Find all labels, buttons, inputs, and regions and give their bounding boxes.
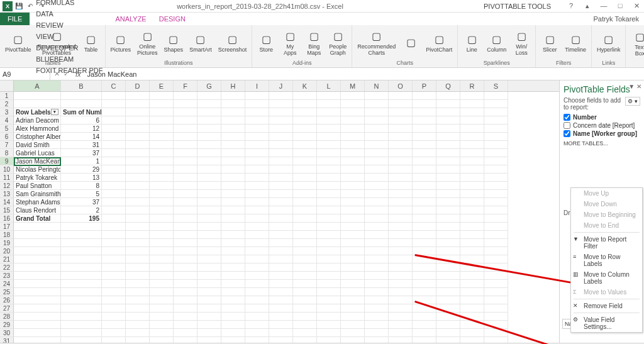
cell[interactable] — [269, 92, 293, 100]
cell[interactable]: 31 — [61, 141, 102, 149]
row-header[interactable]: 13 — [0, 190, 14, 198]
cell[interactable] — [413, 247, 436, 255]
cell[interactable] — [436, 206, 460, 214]
cell[interactable] — [365, 125, 389, 133]
cell[interactable] — [126, 92, 150, 100]
cell[interactable] — [221, 231, 245, 239]
cell[interactable] — [174, 288, 197, 296]
column-header-P[interactable]: P — [413, 80, 436, 91]
cell[interactable] — [365, 313, 389, 321]
ribbon-btn-column[interactable]: ▢Column — [486, 32, 508, 55]
cell[interactable] — [61, 247, 102, 255]
cell[interactable] — [61, 313, 102, 321]
cell[interactable] — [126, 190, 150, 198]
cell[interactable] — [293, 313, 317, 321]
cell[interactable] — [293, 255, 317, 264]
cell[interactable] — [102, 214, 126, 223]
cell[interactable] — [436, 255, 460, 264]
row-header[interactable]: 31 — [0, 337, 14, 343]
cell[interactable] — [389, 141, 413, 149]
cell[interactable]: Patryk Tokarek — [14, 174, 61, 182]
cell[interactable] — [460, 174, 484, 182]
cell[interactable] — [174, 206, 197, 214]
cell[interactable] — [436, 214, 460, 223]
cell[interactable] — [484, 92, 508, 100]
cell[interactable] — [150, 304, 174, 313]
cell[interactable] — [484, 214, 508, 223]
cell[interactable] — [126, 125, 150, 133]
cell[interactable] — [174, 214, 197, 223]
cell[interactable] — [293, 247, 317, 255]
cell[interactable] — [317, 223, 341, 231]
cell[interactable] — [61, 239, 102, 247]
cell[interactable]: Sum of Number — [61, 108, 102, 116]
column-header-J[interactable]: J — [269, 80, 293, 91]
cell[interactable] — [436, 116, 460, 125]
cell[interactable] — [341, 264, 365, 272]
cell[interactable] — [269, 174, 293, 182]
ribbon-btn-store[interactable]: ▢Store — [256, 32, 276, 55]
cell[interactable] — [221, 272, 245, 280]
cell[interactable] — [436, 321, 460, 329]
cell[interactable] — [269, 223, 293, 231]
column-header-S[interactable]: S — [484, 80, 508, 91]
cell[interactable] — [126, 206, 150, 214]
cell[interactable] — [61, 255, 102, 264]
cell[interactable] — [14, 231, 61, 239]
cell[interactable] — [436, 288, 460, 296]
ribbon-btn-table[interactable]: ▢Table — [81, 32, 101, 55]
cell[interactable] — [293, 280, 317, 288]
cell[interactable] — [269, 116, 293, 125]
cell[interactable]: Gabriel Lucas — [14, 149, 61, 157]
cell[interactable] — [245, 313, 269, 321]
cell[interactable] — [102, 133, 126, 141]
cell[interactable] — [317, 174, 341, 182]
cell[interactable] — [197, 116, 221, 125]
cell[interactable] — [413, 182, 436, 190]
cell[interactable] — [460, 223, 484, 231]
cell[interactable] — [389, 304, 413, 313]
cell[interactable] — [389, 247, 413, 255]
cell[interactable] — [126, 108, 150, 116]
cell[interactable] — [174, 149, 197, 157]
cell[interactable] — [221, 223, 245, 231]
cell[interactable] — [460, 92, 484, 100]
menu-item-value-field-settings-[interactable]: ⚙Value Field Settings... — [571, 314, 642, 332]
more-tables-link[interactable]: MORE TABLES... — [564, 140, 640, 147]
cell[interactable] — [126, 288, 150, 296]
cell[interactable] — [221, 149, 245, 157]
cell[interactable] — [197, 133, 221, 141]
cell[interactable] — [269, 313, 293, 321]
cell[interactable] — [197, 149, 221, 157]
cell[interactable] — [293, 125, 317, 133]
cell[interactable] — [413, 304, 436, 313]
cell[interactable] — [126, 239, 150, 247]
cell[interactable] — [221, 133, 245, 141]
cell[interactable] — [413, 337, 436, 343]
cell[interactable] — [102, 288, 126, 296]
tab-data[interactable]: DATA — [30, 8, 109, 19]
cell[interactable] — [150, 296, 174, 304]
cell[interactable] — [150, 247, 174, 255]
cell[interactable] — [436, 239, 460, 247]
cell[interactable] — [365, 165, 389, 174]
field-checkbox[interactable] — [564, 114, 570, 121]
cell[interactable] — [484, 231, 508, 239]
row-header[interactable]: 18 — [0, 231, 14, 239]
cell[interactable] — [61, 264, 102, 272]
cell[interactable] — [126, 165, 150, 174]
cell[interactable] — [341, 337, 365, 343]
cell[interactable] — [413, 206, 436, 214]
cell[interactable] — [484, 141, 508, 149]
cell[interactable] — [389, 100, 413, 108]
cell[interactable] — [174, 223, 197, 231]
cell[interactable] — [317, 231, 341, 239]
cell[interactable] — [126, 272, 150, 280]
cell[interactable] — [126, 174, 150, 182]
cell[interactable] — [197, 198, 221, 206]
cell[interactable] — [221, 116, 245, 125]
cell[interactable] — [365, 337, 389, 343]
cell[interactable] — [365, 304, 389, 313]
ribbon-btn-pivotchart[interactable]: ▢PivotChart — [425, 32, 453, 55]
cell[interactable] — [317, 133, 341, 141]
